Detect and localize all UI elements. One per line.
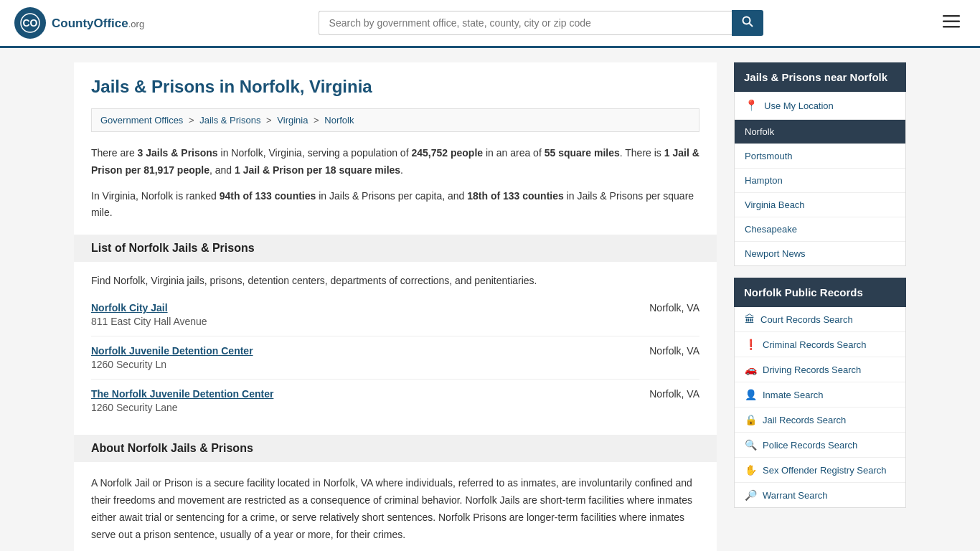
facility-address: 1260 Security Ln bbox=[91, 359, 253, 370]
search-input[interactable] bbox=[319, 11, 732, 35]
breadcrumb-link-virginia[interactable]: Virginia bbox=[277, 115, 308, 126]
nearby-card-title: Jails & Prisons near Norfolk bbox=[734, 62, 906, 92]
sidebar: Jails & Prisons near Norfolk 📍 Use My Lo… bbox=[734, 62, 906, 551]
sidebar-item-chesapeake[interactable]: Chesapeake bbox=[735, 217, 905, 242]
sidebar-item-hampton[interactable]: Hampton bbox=[735, 169, 905, 193]
main-container: Jails & Prisons in Norfolk, Virginia Gov… bbox=[60, 48, 920, 551]
svg-rect-6 bbox=[943, 26, 960, 28]
sidebar-item-norfolk[interactable]: Norfolk bbox=[735, 120, 905, 144]
public-records-card: Norfolk Public Records 🏛 Court Records S… bbox=[734, 278, 906, 508]
facility-city: Norfolk, VA bbox=[649, 388, 699, 400]
police-records-label: Police Records Search bbox=[763, 440, 857, 451]
facilities-list: Norfolk City Jail 811 East City Hall Ave… bbox=[91, 293, 699, 422]
breadcrumb-link-jails-prisons[interactable]: Jails & Prisons bbox=[199, 115, 260, 126]
facility-item: Norfolk City Jail 811 East City Hall Ave… bbox=[91, 293, 699, 336]
page-title: Jails & Prisons in Norfolk, Virginia bbox=[91, 77, 699, 97]
driving-icon: 🚗 bbox=[745, 364, 757, 375]
breadcrumb-link-norfolk[interactable]: Norfolk bbox=[324, 115, 354, 126]
menu-icon bbox=[943, 15, 960, 28]
svg-line-3 bbox=[749, 24, 753, 27]
driving-records-label: Driving Records Search bbox=[763, 364, 861, 375]
police-records-link[interactable]: 🔍 Police Records Search bbox=[735, 433, 905, 458]
court-icon: 🏛 bbox=[745, 314, 755, 325]
about-section-header: About Norfolk Jails & Prisons bbox=[74, 435, 717, 462]
summary-text: There are 3 Jails & Prisons in Norfolk, … bbox=[91, 145, 699, 179]
breadcrumb-separator: > bbox=[314, 115, 321, 126]
header: CO CountyOffice.org bbox=[0, 0, 980, 48]
breadcrumb-separator: > bbox=[189, 115, 197, 126]
content-area: Jails & Prisons in Norfolk, Virginia Gov… bbox=[74, 62, 717, 551]
sex-offender-link[interactable]: ✋ Sex Offender Registry Search bbox=[735, 458, 905, 483]
breadcrumb-separator: > bbox=[266, 115, 274, 126]
public-records-card-title: Norfolk Public Records bbox=[734, 278, 906, 307]
police-icon: 🔍 bbox=[745, 439, 757, 451]
inmate-icon: 👤 bbox=[745, 389, 757, 400]
logo-area: CO CountyOffice.org bbox=[14, 7, 144, 39]
facility-city: Norfolk, VA bbox=[649, 302, 699, 314]
hamburger-menu-button[interactable] bbox=[937, 11, 966, 35]
criminal-icon: ❗ bbox=[745, 339, 757, 350]
facility-address: 811 East City Hall Avenue bbox=[91, 316, 207, 327]
jail-records-link[interactable]: 🔒 Jail Records Search bbox=[735, 408, 905, 433]
facility-item: Norfolk Juvenile Detention Center 1260 S… bbox=[91, 336, 699, 380]
location-pin-icon: 📍 bbox=[745, 99, 758, 112]
facility-name[interactable]: Norfolk City Jail bbox=[91, 302, 207, 314]
criminal-records-link[interactable]: ❗ Criminal Records Search bbox=[735, 332, 905, 357]
sidebar-item-portsmouth[interactable]: Portsmouth bbox=[735, 144, 905, 169]
svg-point-2 bbox=[743, 17, 750, 24]
breadcrumb: Government Offices > Jails & Prisons > V… bbox=[91, 108, 699, 132]
search-button[interactable] bbox=[732, 10, 763, 36]
facility-item: The Norfolk Juvenile Detention Center 12… bbox=[91, 380, 699, 422]
list-section-header: List of Norfolk Jails & Prisons bbox=[74, 235, 717, 262]
use-location-label: Use My Location bbox=[764, 100, 834, 111]
facility-city: Norfolk, VA bbox=[649, 345, 699, 357]
facility-name[interactable]: Norfolk Juvenile Detention Center bbox=[91, 345, 253, 357]
court-records-label: Court Records Search bbox=[760, 314, 853, 325]
svg-rect-5 bbox=[943, 21, 960, 23]
court-records-link[interactable]: 🏛 Court Records Search bbox=[735, 307, 905, 332]
jail-records-label: Jail Records Search bbox=[763, 415, 846, 425]
warrant-search-label: Warrant Search bbox=[763, 490, 828, 501]
warrant-icon: 🔎 bbox=[745, 489, 757, 501]
sidebar-item-virginia-beach[interactable]: Virginia Beach bbox=[735, 193, 905, 217]
nearby-card: Jails & Prisons near Norfolk 📍 Use My Lo… bbox=[734, 62, 906, 266]
sidebar-item-newport-news[interactable]: Newport News bbox=[735, 242, 905, 265]
jail-icon: 🔒 bbox=[745, 414, 757, 425]
criminal-records-label: Criminal Records Search bbox=[763, 339, 867, 350]
nearby-card-body: 📍 Use My Location Norfolk Portsmouth Ham… bbox=[734, 92, 906, 266]
svg-rect-4 bbox=[943, 15, 960, 17]
sex-offender-label: Sex Offender Registry Search bbox=[763, 465, 886, 476]
svg-text:CO: CO bbox=[23, 17, 38, 29]
list-description: Find Norfolk, Virginia jails, prisons, d… bbox=[91, 275, 699, 286]
inmate-search-label: Inmate Search bbox=[763, 390, 824, 400]
warrant-search-link[interactable]: 🔎 Warrant Search bbox=[735, 483, 905, 507]
sex-offender-icon: ✋ bbox=[745, 464, 757, 476]
driving-records-link[interactable]: 🚗 Driving Records Search bbox=[735, 357, 905, 382]
about-text: A Norfolk Jail or Prison is a secure fac… bbox=[91, 475, 699, 543]
summary-text-2: In Virginia, Norfolk is ranked 94th of 1… bbox=[91, 188, 699, 222]
breadcrumb-link-government-offices[interactable]: Government Offices bbox=[100, 115, 183, 126]
facility-address: 1260 Security Lane bbox=[91, 402, 273, 413]
use-location-button[interactable]: 📍 Use My Location bbox=[735, 92, 905, 120]
public-records-card-body: 🏛 Court Records Search ❗ Criminal Record… bbox=[734, 307, 906, 508]
logo-text[interactable]: CountyOffice.org bbox=[52, 16, 144, 31]
search-area bbox=[319, 10, 763, 36]
search-icon bbox=[742, 16, 753, 27]
logo-icon: CO bbox=[14, 7, 46, 39]
facility-name[interactable]: The Norfolk Juvenile Detention Center bbox=[91, 388, 273, 400]
inmate-search-link[interactable]: 👤 Inmate Search bbox=[735, 382, 905, 408]
